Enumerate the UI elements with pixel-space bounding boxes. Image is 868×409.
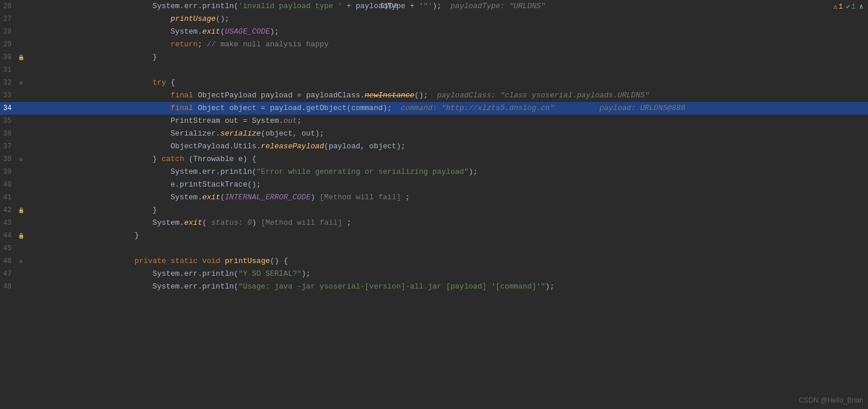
- line-gutter: 27: [0, 13, 93, 25]
- line-number: 42: [0, 204, 16, 217]
- line-gutter: 30🔒: [0, 51, 93, 64]
- italic-method: printUsage: [171, 14, 216, 23]
- line-gutter: 35: [0, 115, 93, 127]
- line-number: 35: [0, 115, 16, 127]
- line-gutter: 36: [0, 127, 93, 140]
- plain-text: ;: [342, 218, 351, 227]
- line-number: 28: [0, 25, 16, 38]
- line-gutter: 39: [0, 166, 93, 178]
- plain-text: }: [98, 53, 157, 61]
- code-line[interactable]: 42🔒 }: [0, 204, 868, 217]
- plain-text: ;: [401, 193, 410, 202]
- line-gutter: 40: [0, 178, 93, 191]
- code-area: 26 System.err.println('invalid payload t…: [0, 0, 868, 409]
- plain-text: ;: [297, 116, 301, 125]
- italic-field: USAGE_CODE: [225, 27, 270, 36]
- code-line[interactable]: 37 ObjectPayload.Utils.releasePayload(pa…: [0, 140, 868, 153]
- line-gutter: 32◇: [0, 76, 93, 89]
- plain-text: [98, 40, 171, 49]
- plain-text: System.err.println(: [98, 167, 256, 176]
- scroll-up-icon[interactable]: ∧: [859, 2, 863, 11]
- code-line[interactable]: 31: [0, 64, 868, 76]
- error-hint: [Method will fail]: [261, 218, 342, 227]
- plain-text: }: [98, 155, 161, 163]
- plain-text: ObjectPayload.Utils.: [98, 142, 261, 151]
- line-number: 45: [0, 242, 16, 255]
- line-gutter: 47: [0, 268, 93, 280]
- plain-text: );: [270, 27, 279, 36]
- keyword: private: [134, 257, 166, 265]
- code-line[interactable]: 38◇ } catch (Throwable e) {: [0, 153, 868, 166]
- string-literal: "Usage: java -jar ysoserial-[version]-al…: [238, 282, 546, 291]
- inline-hint: payloadClass: "class ysoserial.payloads.…: [437, 91, 649, 100]
- line-gutter: 48: [0, 280, 93, 293]
- line-number: 38: [0, 153, 16, 166]
- code-content: }: [93, 51, 868, 64]
- code-content: private static void printUsage() {: [93, 255, 868, 268]
- code-line[interactable]: 39 System.err.println("Error while gener…: [0, 166, 868, 178]
- diamond-icon: ◇: [16, 79, 25, 86]
- italic-method: releasePayload: [261, 142, 324, 151]
- line-gutter: 34: [0, 102, 93, 115]
- plain-text: );: [432, 2, 450, 10]
- code-content: } catch (Throwable e) {: [93, 153, 868, 166]
- plain-text: ;: [198, 40, 207, 49]
- code-line[interactable]: 46◇ private static void printUsage() {: [0, 255, 868, 268]
- code-line[interactable]: 26 System.err.println('invalid payload t…: [0, 0, 868, 13]
- check-badge: ✔ 1: [846, 2, 855, 11]
- code-content: [93, 64, 868, 76]
- line-number: 37: [0, 140, 16, 153]
- lock-icon: 🔒: [16, 233, 25, 239]
- plain-text: (payload, object);: [324, 142, 405, 151]
- code-line[interactable]: 34 final Object object = payload.getObje…: [0, 102, 868, 115]
- code-line[interactable]: 44🔒 }: [0, 229, 868, 242]
- keyword: catch: [161, 155, 184, 163]
- plain-text: [98, 104, 171, 112]
- line-gutter: 28: [0, 25, 93, 38]
- plain-text: PrintStream out = System.: [98, 116, 284, 125]
- italic-field: out: [284, 116, 297, 125]
- code-content: final Object object = payload.getObject(…: [93, 102, 868, 115]
- code-line[interactable]: 40 e.printStackTrace();: [0, 178, 868, 191]
- code-line[interactable]: 48 System.err.println("Usage: java -jar …: [0, 280, 868, 293]
- line-gutter: 44🔒: [0, 229, 93, 242]
- code-line[interactable]: 43 System.exit( status: 0) [Method will …: [0, 217, 868, 229]
- line-gutter: 38◇: [0, 153, 93, 166]
- code-line[interactable]: 33 final ObjectPayload payload = payload…: [0, 89, 868, 102]
- code-line[interactable]: 30🔒 }: [0, 51, 868, 64]
- code-line[interactable]: 41 System.exit(INTERNAL_ERROR_CODE) [Met…: [0, 191, 868, 204]
- keyword: static: [171, 257, 198, 265]
- string-literal: "Y SO SERIAL?": [238, 269, 301, 278]
- plain-text: ();: [216, 14, 229, 23]
- line-number: 40: [0, 178, 16, 191]
- code-line[interactable]: 47 System.err.println("Y SO SERIAL?");: [0, 268, 868, 280]
- code-content: e.printStackTrace();: [93, 178, 868, 191]
- plain-text: }: [98, 206, 157, 214]
- code-line[interactable]: 29 return; // make null analysis happy: [0, 38, 868, 51]
- keyword: void: [202, 257, 220, 265]
- line-number: 26: [0, 0, 16, 13]
- plain-text: (: [202, 218, 211, 227]
- plain-text: + payloadType +: [342, 2, 419, 10]
- string-literal: "Error while generating or serializing p…: [256, 167, 469, 176]
- code-content: System.err.println("Error while generati…: [93, 166, 868, 178]
- code-line[interactable]: 45: [0, 242, 868, 255]
- plain-text: System.: [98, 27, 202, 36]
- code-line[interactable]: 28 System.exit(USAGE_CODE);: [0, 25, 868, 38]
- line-number: 33: [0, 89, 16, 102]
- plain-text: [220, 257, 225, 265]
- code-line[interactable]: 27 printUsage();: [0, 13, 868, 25]
- plain-text: Object object = payload.getObject(comman…: [193, 104, 401, 112]
- code-line[interactable]: 32◇ try {: [0, 76, 868, 89]
- line-number: 27: [0, 13, 16, 25]
- plain-text: ): [311, 193, 320, 202]
- code-content: }: [93, 204, 868, 217]
- string-literal: 'invalid payload type ': [238, 2, 342, 10]
- line-number: 44: [0, 229, 16, 242]
- code-line[interactable]: 36 Serializer.serialize(object, out);: [0, 127, 868, 140]
- code-content: printUsage();: [93, 13, 868, 25]
- line-gutter: 29: [0, 38, 93, 51]
- line-gutter: 33: [0, 89, 93, 102]
- code-line[interactable]: 35 PrintStream out = System.out;: [0, 115, 868, 127]
- diamond-icon: ◇: [16, 156, 25, 163]
